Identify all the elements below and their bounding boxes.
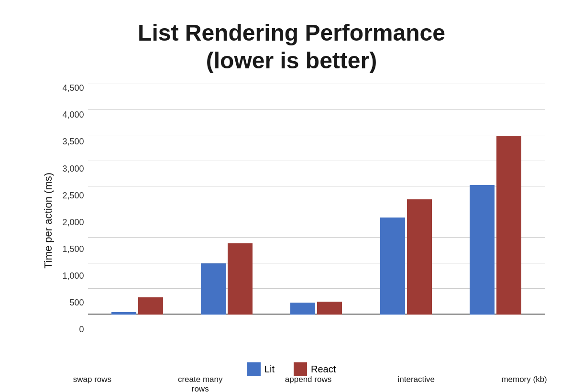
bar-react [407, 199, 432, 315]
bar-pair [380, 199, 432, 315]
bar-lit [380, 218, 405, 315]
chart-container: List Rendering Performance (lower is bet… [29, 10, 555, 382]
bar-pair [290, 302, 342, 315]
y-tick: 0 [55, 325, 88, 334]
plot-area: 05001,0001,5002,0002,5003,0003,5004,0004… [55, 84, 545, 334]
bar-pair [201, 243, 253, 315]
chart-title: List Rendering Performance (lower is bet… [138, 19, 445, 74]
bar-lit [290, 303, 315, 315]
bar-react [317, 302, 342, 315]
bar-react [496, 136, 521, 315]
bars-and-grid [88, 84, 545, 334]
y-tick: 1,000 [55, 272, 88, 280]
y-tick: 2,500 [55, 191, 88, 200]
x-label: swap rows [66, 375, 119, 384]
bar-lit [111, 312, 136, 315]
bar-react [228, 243, 253, 315]
y-tick: 2,000 [55, 218, 88, 227]
chart-inner: 05001,0001,5002,0002,5003,0003,5004,0004… [55, 84, 545, 358]
bar-group [111, 297, 163, 315]
y-ticks: 05001,0001,5002,0002,5003,0003,5004,0004… [55, 84, 88, 334]
y-tick: 3,500 [55, 137, 88, 146]
y-tick: 1,500 [55, 245, 88, 253]
x-label: create manyrows [174, 375, 227, 392]
x-label: memory (kb) [498, 375, 550, 384]
bar-group [290, 302, 342, 315]
bar-group [380, 199, 432, 315]
x-labels: swap rowscreate manyrowsappend rowsinter… [33, 373, 583, 392]
bar-lit [201, 263, 226, 315]
x-label: append rows [282, 375, 334, 384]
chart-area: Time per action (ms) 05001,0001,5002,000… [38, 84, 545, 358]
bar-group [470, 136, 521, 315]
x-label: interactive [390, 375, 442, 384]
y-tick: 4,000 [55, 110, 88, 119]
title-line2: (lower is better) [206, 48, 377, 73]
bars-row [88, 84, 545, 315]
bar-pair [111, 297, 163, 315]
title-line1: List Rendering Performance [138, 20, 445, 45]
bar-pair [470, 136, 521, 315]
y-tick: 500 [55, 298, 88, 307]
y-tick: 3,000 [55, 164, 88, 173]
bar-react [138, 297, 163, 315]
bar-group [201, 243, 253, 315]
y-tick: 4,500 [55, 84, 88, 92]
y-axis-label: Time per action (ms) [38, 84, 55, 358]
bar-lit [470, 185, 495, 315]
